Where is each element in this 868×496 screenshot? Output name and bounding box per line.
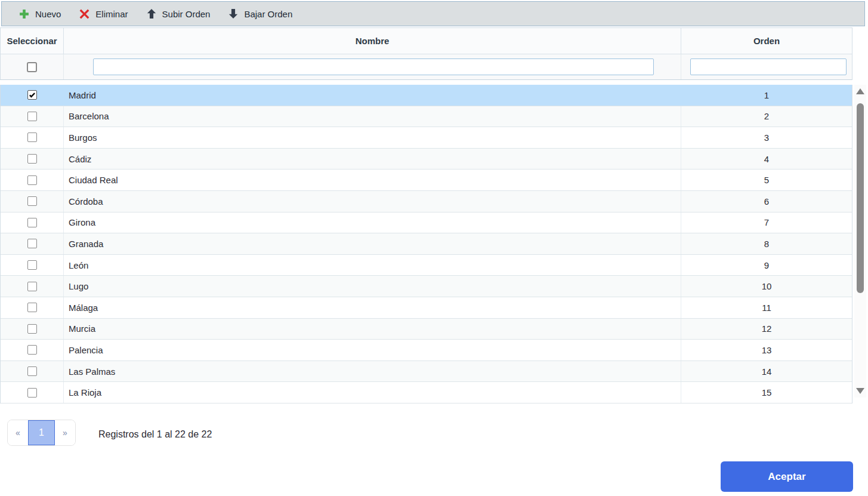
row-name: Ciudad Real bbox=[64, 175, 681, 185]
data-grid: Seleccionar Nombre Orden Mad bbox=[0, 27, 852, 403]
table-row[interactable]: Lugo 10 bbox=[1, 276, 852, 297]
records-summary: Registros del 1 al 22 de 22 bbox=[98, 429, 212, 440]
table-row[interactable]: Barcelona 2 bbox=[1, 106, 852, 128]
header-orden[interactable]: Orden bbox=[681, 28, 852, 54]
row-name: Madrid bbox=[64, 90, 681, 100]
prev-page-button[interactable]: « bbox=[8, 420, 28, 445]
move-up-button[interactable]: Subir Orden bbox=[139, 5, 218, 23]
row-name: Cádiz bbox=[64, 154, 681, 164]
table-row[interactable]: Palencia 13 bbox=[1, 340, 852, 361]
table-row[interactable]: Burgos 3 bbox=[1, 127, 852, 149]
row-orden: 7 bbox=[681, 212, 852, 233]
row-orden: 10 bbox=[681, 276, 852, 297]
row-checkbox[interactable] bbox=[27, 366, 37, 376]
row-checkbox[interactable] bbox=[27, 90, 37, 100]
toolbar: Nuevo Eliminar Subir Orden Bajar Orden bbox=[1, 1, 865, 26]
row-name: Barcelona bbox=[64, 111, 681, 121]
row-name: Burgos bbox=[64, 133, 681, 143]
delete-button[interactable]: Eliminar bbox=[72, 5, 135, 23]
table-row[interactable]: Cádiz 4 bbox=[1, 149, 852, 170]
table-row[interactable]: Murcia 12 bbox=[1, 319, 852, 340]
row-orden: 4 bbox=[681, 149, 852, 170]
row-name: León bbox=[64, 260, 681, 270]
row-orden: 14 bbox=[681, 361, 852, 382]
row-checkbox[interactable] bbox=[27, 133, 37, 142]
row-orden: 8 bbox=[681, 233, 852, 254]
header-seleccionar[interactable]: Seleccionar bbox=[1, 28, 64, 54]
row-checkbox[interactable] bbox=[27, 218, 37, 227]
table-row[interactable]: Granada 8 bbox=[1, 233, 852, 255]
row-checkbox[interactable] bbox=[27, 112, 37, 121]
row-orden: 3 bbox=[681, 127, 852, 148]
row-name: Córdoba bbox=[64, 196, 681, 207]
delete-button-label: Eliminar bbox=[95, 9, 128, 19]
row-checkbox[interactable] bbox=[27, 324, 37, 334]
row-checkbox[interactable] bbox=[27, 388, 37, 398]
table-row[interactable]: Ciudad Real 5 bbox=[1, 170, 852, 191]
arrow-down-icon bbox=[228, 8, 239, 19]
row-orden: 5 bbox=[681, 170, 852, 190]
filter-row bbox=[0, 54, 852, 80]
row-name: Palencia bbox=[64, 345, 681, 355]
row-name: Murcia bbox=[64, 324, 681, 334]
scroll-down-arrow-icon[interactable] bbox=[856, 388, 864, 394]
row-name: Málaga bbox=[64, 303, 681, 313]
accept-button[interactable]: Aceptar bbox=[721, 461, 853, 492]
nombre-filter-input[interactable] bbox=[93, 58, 654, 75]
row-orden: 9 bbox=[681, 255, 852, 276]
next-page-button[interactable]: » bbox=[55, 420, 75, 445]
table-row[interactable]: Girona 7 bbox=[1, 212, 852, 234]
row-orden: 12 bbox=[681, 319, 852, 340]
orden-filter-input[interactable] bbox=[690, 58, 847, 75]
grid-header: Seleccionar Nombre Orden bbox=[0, 27, 852, 54]
arrow-up-icon bbox=[146, 8, 157, 19]
row-name: La Rioja bbox=[64, 387, 681, 398]
table-row[interactable]: Córdoba 6 bbox=[1, 191, 852, 212]
scroll-up-arrow-icon[interactable] bbox=[856, 88, 864, 94]
row-name: Girona bbox=[64, 217, 681, 227]
plus-icon bbox=[18, 8, 30, 20]
table-row[interactable]: Madrid 1 bbox=[1, 85, 852, 106]
table-row[interactable]: León 9 bbox=[1, 255, 852, 276]
vertical-scrollbar[interactable] bbox=[854, 85, 866, 398]
row-name: Lugo bbox=[64, 281, 681, 291]
header-nombre[interactable]: Nombre bbox=[64, 28, 681, 54]
new-button-label: Nuevo bbox=[35, 9, 61, 19]
move-up-button-label: Subir Orden bbox=[162, 9, 211, 19]
current-page-button[interactable]: 1 bbox=[28, 420, 55, 445]
row-orden: 13 bbox=[681, 340, 852, 361]
move-down-button[interactable]: Bajar Orden bbox=[221, 5, 299, 23]
row-checkbox[interactable] bbox=[27, 239, 37, 248]
row-orden: 15 bbox=[681, 382, 852, 403]
row-checkbox[interactable] bbox=[27, 154, 37, 164]
select-all-checkbox[interactable] bbox=[27, 62, 37, 72]
table-row[interactable]: Málaga 11 bbox=[1, 297, 852, 319]
row-checkbox[interactable] bbox=[27, 282, 37, 291]
row-orden: 11 bbox=[681, 297, 852, 318]
pagination: « 1 » bbox=[7, 420, 76, 446]
row-checkbox[interactable] bbox=[27, 260, 37, 270]
row-name: Las Palmas bbox=[64, 366, 681, 377]
move-down-button-label: Bajar Orden bbox=[244, 9, 292, 19]
row-checkbox[interactable] bbox=[27, 303, 37, 312]
row-orden: 6 bbox=[681, 191, 852, 212]
grid-body: Madrid 1 Barcelona 2 Burgos 3 bbox=[0, 85, 852, 403]
table-row[interactable]: La Rioja 15 bbox=[1, 382, 852, 403]
row-orden: 2 bbox=[681, 106, 852, 127]
row-checkbox[interactable] bbox=[27, 196, 37, 206]
table-row[interactable]: Las Palmas 14 bbox=[1, 361, 852, 383]
row-orden: 1 bbox=[681, 85, 852, 106]
x-icon bbox=[79, 8, 90, 20]
row-checkbox[interactable] bbox=[27, 175, 37, 185]
new-button[interactable]: Nuevo bbox=[11, 5, 68, 23]
dialog-window: Nuevo Eliminar Subir Orden Bajar Orden S… bbox=[0, 0, 868, 496]
row-name: Granada bbox=[64, 239, 681, 249]
scrollbar-thumb[interactable] bbox=[857, 103, 864, 293]
row-checkbox[interactable] bbox=[27, 345, 37, 355]
